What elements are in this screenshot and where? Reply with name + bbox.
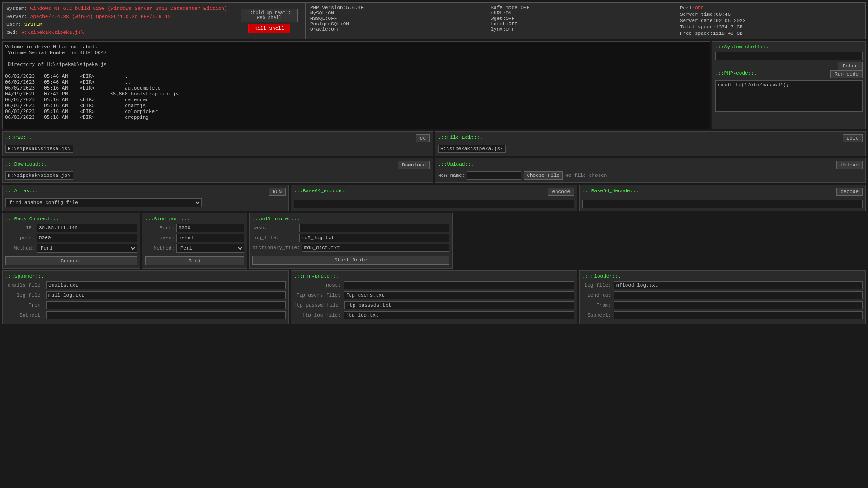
base64-decode-title: .::Base64_decode::.	[582, 188, 639, 194]
spammer-from-label: From:	[5, 303, 46, 308]
bind-port-title: .::Bind port::.	[145, 216, 244, 222]
bind-button[interactable]: Bind	[145, 256, 244, 265]
download-input[interactable]	[5, 171, 73, 180]
server-date-label: Server date:	[680, 18, 716, 24]
safe-mode-label: Safe_mode:	[491, 5, 521, 10]
free-space-val: 1118.48 GB	[713, 31, 743, 36]
bind-port-pass-label: pass:	[145, 235, 175, 241]
start-brute-button[interactable]: Start Brute	[252, 256, 449, 265]
back-connect-method-label: Method:	[5, 246, 35, 251]
system-label: System:	[6, 6, 27, 11]
header-info: System: Windows NT 6.2 build 9200 (Windo…	[3, 3, 233, 39]
flooder-send-to-label: Send to:	[582, 293, 614, 298]
md5-bruter-panel: .::md5 bruter::. hash: log_file: diction…	[249, 213, 453, 269]
spammer-emails-input[interactable]	[46, 281, 286, 289]
base64-decode-input[interactable]	[582, 200, 863, 208]
md5-hash-label: hash:	[252, 225, 297, 231]
php-ver-label: PHP-version:	[310, 5, 346, 10]
back-connect-port-label: port:	[5, 235, 35, 241]
md5-bruter-title: .::md5 bruter::.	[252, 216, 449, 222]
free-space-label: Free space:	[680, 31, 713, 36]
run-code-button[interactable]: Run code	[830, 70, 863, 78]
ftp-users-input[interactable]	[344, 291, 574, 299]
new-name-input[interactable]	[467, 171, 521, 180]
pwd-title: .::PWD::.	[5, 135, 32, 140]
server-label: Server:	[6, 14, 27, 19]
choose-file-button[interactable]: Choose File	[524, 171, 563, 180]
connect-button[interactable]: Connect	[5, 256, 137, 265]
md5-hash-input[interactable]	[299, 224, 449, 232]
user-label: User:	[6, 22, 21, 27]
ftp-log-label: ftp_log file:	[294, 313, 344, 318]
pwd-label: pwd:	[6, 30, 18, 35]
oracle-val: OFF	[331, 27, 340, 32]
bind-port-port-input[interactable]	[176, 224, 244, 232]
mysql-label: MySQL:	[310, 10, 328, 16]
header-mid-stats: PHP-version:5.6.40 MySQL:ON MSSQL:OFF Po…	[306, 3, 675, 39]
back-connect-title: .::Back Connect::.	[5, 216, 137, 222]
alias-select[interactable]: find apahce config file find config file…	[5, 198, 202, 207]
system-shell-enter-button[interactable]: Enter	[838, 62, 863, 70]
back-connect-method-select[interactable]: Perl Python Bash Ruby	[37, 244, 137, 253]
flooder-panel: .::Flooder::. log_file: Send to: From: S…	[579, 270, 866, 324]
download-button[interactable]: Download	[398, 161, 430, 169]
md5-dict-label: dictionary_file:	[252, 245, 300, 251]
lynx-label: lynx:	[491, 27, 506, 32]
ftp-passwd-input[interactable]	[344, 301, 574, 309]
alias-run-button[interactable]: RUN	[269, 188, 286, 196]
back-connect-ip-input[interactable]	[37, 224, 137, 232]
bind-port-pass-input[interactable]	[176, 234, 244, 242]
spammer-subject-input[interactable]	[46, 311, 286, 319]
flooder-send-to-input[interactable]	[614, 291, 863, 299]
lynx-val: OFF	[506, 27, 515, 32]
system-shell-input[interactable]	[715, 52, 863, 60]
md5-log-input[interactable]	[299, 234, 449, 242]
download-panel: .::Download::. Download	[2, 158, 433, 183]
ftp-brute-panel: .::FTP-Brute::. Host: ftp_users file: ft…	[291, 270, 577, 324]
base64-encode-input[interactable]	[294, 200, 574, 208]
ftp-host-label: Host:	[294, 283, 344, 288]
md5-dict-input[interactable]	[302, 244, 449, 252]
php-code-textarea[interactable]: readfile('/etc/passwd');	[715, 80, 863, 112]
flooder-subject-input[interactable]	[614, 311, 863, 319]
base64-encode-title: .::Base64_encode::.	[294, 188, 350, 194]
server-value: Apache/2.4.38 (Win64) OpenSSL/1.0.2q PHP…	[30, 14, 170, 19]
perl-label: Perl:	[680, 5, 695, 11]
spammer-subject-label: Subject:	[5, 313, 46, 318]
pwd-input[interactable]	[5, 145, 73, 153]
edit-button[interactable]: Edit	[843, 134, 863, 142]
md5-log-label: log_file:	[252, 235, 297, 241]
kill-shell-button[interactable]: Kill Shell	[248, 24, 290, 33]
upload-button[interactable]: Upload	[836, 161, 863, 169]
back-connect-ip-label: IP:	[5, 225, 35, 231]
wget-val: OFF	[506, 16, 515, 21]
file-edit-input[interactable]	[438, 145, 506, 153]
mssql-label: MSSQL:	[310, 16, 328, 21]
ftp-brute-title: .::FTP-Brute::.	[294, 274, 574, 279]
bind-port-panel: .::Bind port::. Port: pass: Method: Perl…	[142, 213, 247, 269]
spammer-log-input[interactable]	[46, 291, 286, 299]
encode-button[interactable]: encode	[548, 188, 574, 196]
php-ver-val: 5.6.40	[346, 5, 364, 10]
ftp-log-input[interactable]	[344, 311, 574, 319]
system-value: Windows NT 6.2 build 9200 (Windows Serve…	[30, 6, 227, 11]
alias-title: .::Alias::.	[5, 188, 38, 194]
total-space-val: 1374.7 GB	[716, 24, 742, 30]
pwd-value: H:\sipekak\sipeka.js\	[21, 30, 84, 35]
back-connect-port-input[interactable]	[37, 234, 137, 242]
php-code-panel: .::PHP-code::. Run code readfile('/etc/p…	[715, 70, 863, 113]
file-edit-title: .::File Edit::.	[438, 135, 483, 140]
ftp-passwd-label: ftp_passwd file:	[294, 303, 344, 308]
wget-label: wget:	[491, 16, 506, 21]
spammer-from-input[interactable]	[46, 301, 286, 309]
spammer-panel: .::Spammer::. emails_file: log_file: Fro…	[2, 270, 289, 324]
flooder-subject-label: Subject:	[582, 313, 614, 318]
pwd-panel: .::PWD::. cd	[2, 131, 433, 156]
decode-button[interactable]: decode	[836, 188, 863, 196]
flooder-from-input[interactable]	[614, 301, 863, 309]
flooder-log-input[interactable]	[614, 281, 863, 289]
upload-title: .::Upload::.	[438, 161, 474, 167]
ftp-host-input[interactable]	[344, 281, 574, 289]
cd-button[interactable]: cd	[416, 134, 430, 142]
bind-port-method-select[interactable]: Perl Python Bash	[176, 244, 244, 253]
